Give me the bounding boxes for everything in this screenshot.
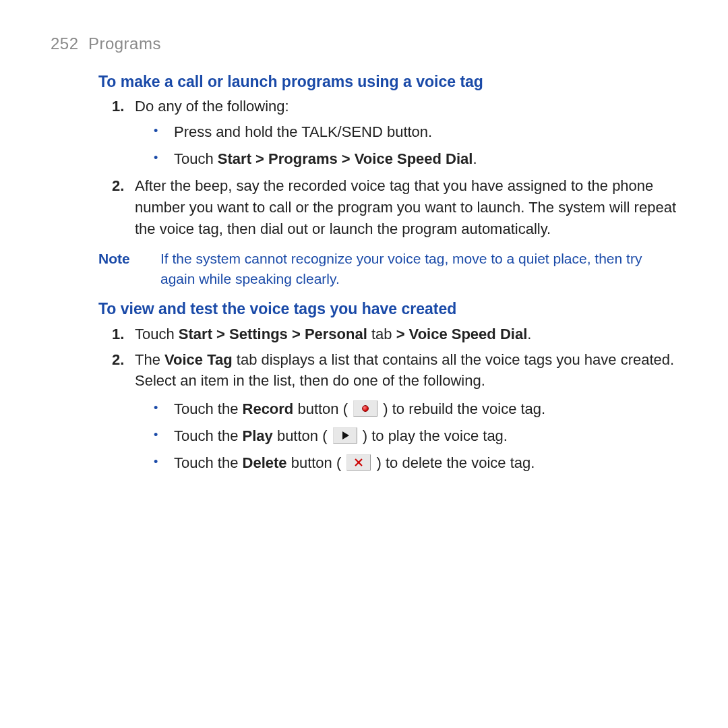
note-label: Note: [98, 249, 160, 289]
step-number: 2.: [112, 349, 124, 371]
note-block: Note If the system cannot recognize your…: [98, 249, 681, 289]
chapter-title: Programs: [88, 34, 161, 53]
bullet-play: Touch the Play button ( ) to play the vo…: [154, 425, 681, 447]
step-text: The Voice Tag tab displays a list that c…: [135, 351, 674, 390]
step-text: Touch Start > Settings > Personal tab > …: [135, 326, 531, 342]
record-icon: [362, 405, 369, 412]
step-number: 1.: [112, 96, 124, 117]
delete-button[interactable]: [346, 454, 371, 471]
section-title-make-call: To make a call or launch programs using …: [98, 71, 681, 93]
steps-section2: 1. Touch Start > Settings > Personal tab…: [112, 324, 681, 474]
step-2: 2. After the beep, say the recorded voic…: [112, 175, 681, 240]
step1-bullets: Press and hold the TALK/SEND button. Tou…: [154, 121, 681, 170]
page-header: 252 Programs: [51, 32, 681, 56]
play-icon: [342, 431, 349, 439]
step-2: 2. The Voice Tag tab displays a list tha…: [112, 349, 681, 474]
steps-section1: 1. Do any of the following: Press and ho…: [112, 96, 681, 239]
step-text: Do any of the following:: [135, 98, 289, 115]
page-number: 252: [51, 34, 79, 53]
step-number: 1.: [112, 324, 124, 345]
delete-icon: [355, 458, 363, 466]
bullet-record: Touch the Record button ( ) to rebuild t…: [154, 398, 681, 420]
play-button[interactable]: [333, 427, 357, 444]
bullet-touch-start: Touch Start > Programs > Voice Speed Dia…: [154, 148, 681, 170]
bullet-delete: Touch the Delete button ( ) to delete th…: [154, 452, 681, 474]
note-text: If the system cannot recognize your voic…: [160, 249, 681, 289]
record-button[interactable]: [353, 400, 377, 417]
step-1: 1. Do any of the following: Press and ho…: [112, 96, 681, 170]
step-text: After the beep, say the recorded voice t…: [135, 177, 676, 237]
bullet-press-hold: Press and hold the TALK/SEND button.: [154, 121, 681, 143]
section-title-view-tags: To view and test the voice tags you have…: [98, 298, 681, 320]
step2-bullets: Touch the Record button ( ) to rebuild t…: [154, 398, 681, 474]
step-1: 1. Touch Start > Settings > Personal tab…: [112, 324, 681, 345]
step-number: 2.: [112, 175, 124, 197]
